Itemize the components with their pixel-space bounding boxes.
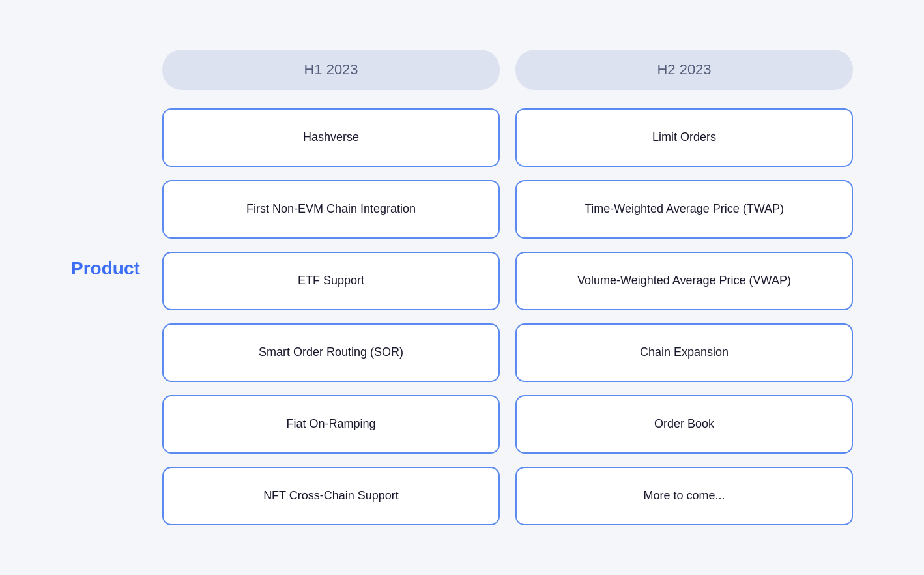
h2-header: H2 2023 — [515, 50, 853, 90]
page-container: Product H1 2023 H2 2023 Hashverse Limit … — [0, 0, 924, 575]
item-sor: Smart Order Routing (SOR) — [162, 323, 500, 382]
category-label-section: Product — [71, 50, 162, 279]
item-hashverse: Hashverse — [162, 108, 500, 167]
grid-container: H1 2023 H2 2023 Hashverse Limit Orders F… — [162, 50, 853, 525]
item-etf-support: ETF Support — [162, 252, 500, 310]
item-fiat-on-ramping: Fiat On-Ramping — [162, 395, 500, 454]
category-label: Product — [71, 258, 140, 278]
items-grid: Hashverse Limit Orders First Non-EVM Cha… — [162, 108, 853, 525]
item-non-evm: First Non-EVM Chain Integration — [162, 180, 500, 239]
item-chain-expansion: Chain Expansion — [515, 323, 853, 382]
item-order-book: Order Book — [515, 395, 853, 454]
item-nft-cross-chain: NFT Cross-Chain Support — [162, 467, 500, 525]
item-more-to-come: More to come... — [515, 467, 853, 525]
item-twap: Time-Weighted Average Price (TWAP) — [515, 180, 853, 239]
roadmap-wrapper: Product H1 2023 H2 2023 Hashverse Limit … — [71, 50, 853, 525]
item-vwap: Volume-Weighted Average Price (VWAP) — [515, 252, 853, 310]
header-row: H1 2023 H2 2023 — [162, 50, 853, 90]
item-limit-orders: Limit Orders — [515, 108, 853, 167]
h1-header: H1 2023 — [162, 50, 500, 90]
